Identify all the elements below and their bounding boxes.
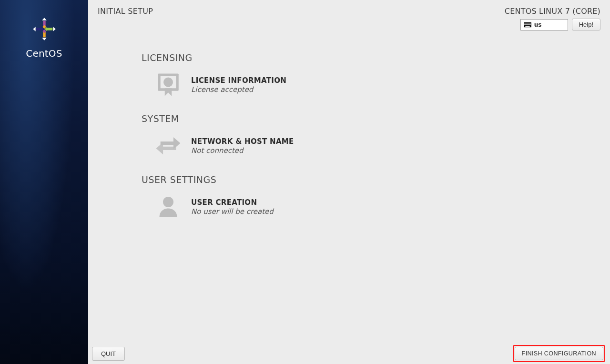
sidebar: CentOS — [0, 0, 88, 364]
keyboard-icon — [524, 22, 531, 28]
section-heading-licensing: LICENSING — [142, 52, 610, 63]
topbar: INITIAL SETUP CENTOS LINUX 7 (CORE) — [88, 0, 610, 30]
app-root: CentOS INITIAL SETUP CENTOS LINUX 7 (COR… — [0, 0, 610, 364]
svg-rect-25 — [529, 24, 529, 24]
spoke-user-creation[interactable]: USER CREATION No user will be created — [142, 190, 449, 224]
distro-label: CENTOS LINUX 7 (CORE) — [505, 7, 600, 16]
svg-rect-20 — [524, 24, 525, 24]
page-title: INITIAL SETUP — [98, 7, 153, 16]
spoke-text: LICENSE INFORMATION License accepted — [191, 76, 286, 94]
brand-logo: CentOS — [26, 16, 62, 59]
svg-rect-18 — [529, 23, 529, 23]
centos-logo-icon — [31, 16, 57, 44]
spoke-title: NETWORK & HOST NAME — [191, 137, 294, 146]
svg-marker-7 — [33, 27, 35, 31]
svg-rect-24 — [528, 24, 529, 24]
topbar-actions: us Help! — [520, 19, 600, 30]
svg-point-31 — [163, 197, 173, 207]
svg-rect-14 — [525, 23, 526, 23]
svg-rect-23 — [527, 24, 528, 24]
main-panel: INITIAL SETUP CENTOS LINUX 7 (CORE) — [88, 0, 610, 364]
svg-rect-21 — [525, 24, 526, 24]
section-heading-user-settings: USER SETTINGS — [142, 174, 610, 185]
topbar-right: CENTOS LINUX 7 (CORE) us — [505, 7, 600, 30]
svg-point-30 — [163, 78, 173, 87]
user-icon — [154, 193, 183, 220]
svg-rect-26 — [530, 24, 530, 24]
svg-rect-15 — [526, 23, 527, 23]
brand-name: CentOS — [26, 48, 62, 59]
help-button[interactable]: Help! — [572, 19, 600, 30]
svg-rect-13 — [524, 23, 525, 23]
content: LICENSING LICENSE INFORMATION License ac… — [88, 30, 610, 224]
keyboard-layout-indicator[interactable]: us — [520, 19, 568, 30]
spoke-license-information[interactable]: LICENSE INFORMATION License accepted — [142, 68, 449, 102]
quit-button[interactable]: QUIT — [92, 347, 125, 361]
spoke-status: License accepted — [191, 85, 286, 94]
spoke-network-hostname[interactable]: NETWORK & HOST NAME Not connected — [142, 129, 449, 163]
finish-configuration-button[interactable]: FINISH CONFIGURATION — [515, 347, 603, 360]
svg-rect-16 — [527, 23, 528, 23]
spoke-status: Not connected — [191, 146, 294, 155]
section-heading-system: SYSTEM — [142, 113, 610, 124]
svg-marker-1 — [42, 18, 47, 20]
footer: QUIT FINISH CONFIGURATION — [88, 342, 610, 364]
spoke-text: NETWORK & HOST NAME Not connected — [191, 137, 294, 155]
spoke-title: LICENSE INFORMATION — [191, 76, 286, 85]
license-icon — [154, 71, 183, 98]
svg-rect-27 — [525, 26, 529, 27]
network-icon — [154, 132, 183, 159]
spoke-status: No user will be created — [191, 207, 274, 216]
svg-marker-5 — [42, 38, 47, 40]
svg-rect-19 — [530, 23, 530, 23]
svg-marker-3 — [53, 27, 55, 31]
svg-rect-17 — [528, 23, 529, 23]
spoke-title: USER CREATION — [191, 198, 274, 207]
svg-rect-22 — [526, 24, 527, 24]
keyboard-layout-value: us — [534, 21, 542, 28]
finish-button-highlight: FINISH CONFIGURATION — [513, 345, 605, 362]
spoke-text: USER CREATION No user will be created — [191, 198, 274, 216]
